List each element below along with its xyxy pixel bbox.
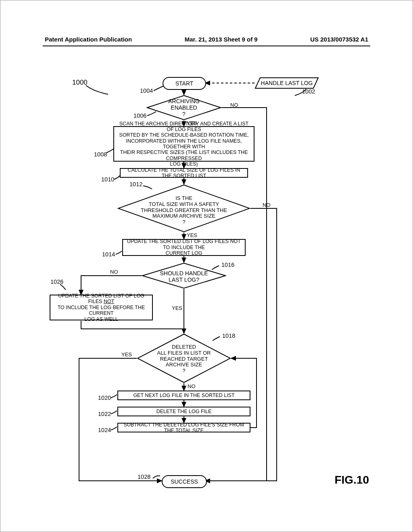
node-deleted-text: DELETED ALL FILES IN LIST OR REACHED TAR…	[137, 341, 231, 378]
ref-1010: 1010	[101, 176, 114, 183]
node-start-text: START	[175, 80, 194, 87]
node-total-size-text: IS THE TOTAL SIZE WITH A SAFETY THRESHOL…	[117, 192, 250, 229]
node-update-text: UPDATE THE SORTED LIST OF LOG FILES NOT …	[125, 239, 243, 256]
node-scan-archive: SCAN THE ARCHIVE DIRECTORY AND CREATE A …	[113, 126, 254, 162]
node-archiving-text: ARCHIVING ENABLED ?	[146, 97, 221, 118]
node-update2-b-underlined: NOT	[104, 299, 114, 304]
ref-1004: 1004	[140, 87, 153, 94]
ref-1026: 1026	[50, 278, 63, 285]
node-delete-text: DELETE THE LOG FILE	[156, 409, 212, 414]
header-left: Patent Application Publication	[45, 36, 132, 43]
page-header: Patent Application Publication Mar. 21, …	[0, 36, 413, 43]
node-update-list: UPDATE THE SORTED LIST OF LOG FILES NOT …	[122, 239, 246, 256]
node-start: START	[163, 77, 206, 90]
edge-yes-1016: YES	[172, 305, 182, 311]
edge-no-1006: NO	[230, 102, 238, 108]
node-success-text: SUCCESS	[171, 478, 198, 485]
node-scan-text: SCAN THE ARCHIVE DIRECTORY AND CREATE A …	[116, 121, 252, 167]
node-get-next-text: GET NEXT LOG FILE IN THE SORTED LIST	[133, 393, 234, 398]
node-total-size-check: IS THE TOTAL SIZE WITH A SAFETY THRESHOL…	[117, 184, 250, 233]
ref-1020: 1020	[98, 395, 111, 401]
header-center: Mar. 21, 2013 Sheet 9 of 9	[185, 36, 258, 43]
ref-1008: 1008	[94, 151, 107, 158]
node-calc-total: CALCULATE THE TOTAL SIZE OF LOG FILES IN…	[120, 168, 248, 178]
ref-1016: 1016	[221, 262, 234, 268]
node-success: SUCCESS	[162, 475, 207, 488]
node-calc-text: CALCULATE THE TOTAL SIZE OF LOG FILES IN…	[122, 167, 246, 179]
ref-1002: 1002	[302, 88, 315, 95]
node-get-next: GET NEXT LOG FILE IN THE SORTED LIST	[117, 391, 250, 400]
header-right: US 2013/0073532 A1	[310, 36, 368, 43]
node-should-handle: SHOULD HANDLE LAST LOG?	[142, 262, 226, 289]
node-update2-a: UPDATE THE SORTED LIST OF LOG FILES	[58, 293, 144, 304]
header-rule	[43, 46, 370, 46]
edge-no-1018: NO	[188, 383, 196, 389]
edge-no-1016: NO	[110, 269, 118, 275]
node-update-not-include: UPDATE THE SORTED LIST OF LOG FILES NOT …	[50, 295, 153, 320]
figure-number: FIG.10	[334, 474, 369, 486]
node-should-text: SHOULD HANDLE LAST LOG?	[142, 268, 226, 285]
node-update2-wrap: UPDATE THE SORTED LIST OF LOG FILES NOT …	[52, 293, 150, 322]
ref-1012: 1012	[129, 181, 142, 187]
edge-yes-1012: YES	[187, 232, 197, 238]
ref-1018: 1018	[222, 332, 235, 339]
ref-1028: 1028	[138, 474, 150, 480]
flowchart-figure: 1000 START 1004 HANDLE LAST LOG 1002 ARC…	[0, 72, 413, 505]
node-update2-c: TO INCLUDE THE LOG BEFORE THE CURRENT LO…	[58, 305, 145, 322]
node-archiving-enabled: ARCHIVING ENABLED ?	[146, 95, 221, 121]
ref-1022: 1022	[98, 411, 111, 417]
node-handle-lastlog-text: HANDLE LAST LOG	[254, 77, 319, 89]
ref-1014: 1014	[102, 251, 115, 258]
edge-yes-1018: YES	[121, 351, 132, 357]
node-delete-log: DELETE THE LOG FILE	[117, 407, 250, 416]
ref-1000: 1000	[72, 79, 88, 87]
ref-1006: 1006	[133, 112, 146, 119]
node-subtract: SUBTRACT THE DELETED LOG FILE'S SIZE FRO…	[117, 423, 250, 432]
node-deleted-check: DELETED ALL FILES IN LIST OR REACHED TAR…	[137, 333, 231, 383]
ref-1024: 1024	[98, 427, 111, 433]
node-handle-last-log-input: HANDLE LAST LOG	[254, 77, 319, 89]
patent-page: Patent Application Publication Mar. 21, …	[0, 0, 413, 532]
node-subtract-text: SUBTRACT THE DELETED LOG FILE'S SIZE FRO…	[120, 422, 248, 434]
edge-no-1012: NO	[263, 202, 271, 208]
